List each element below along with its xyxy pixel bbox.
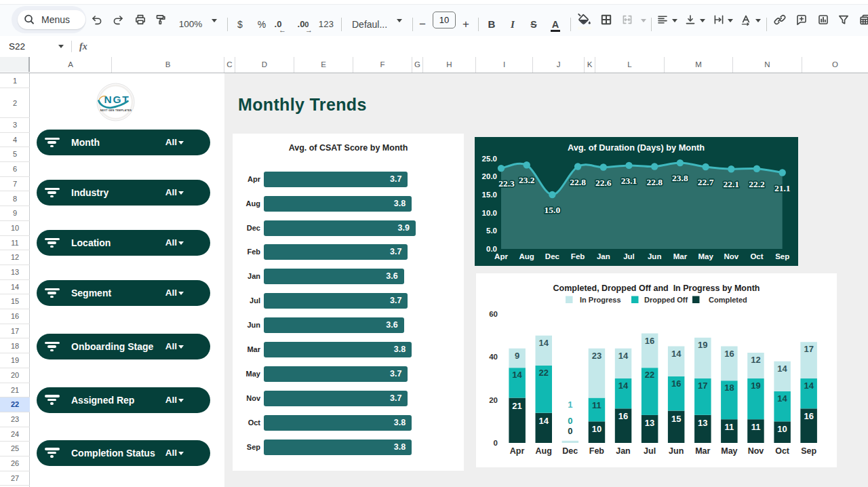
svg-text:Sep: Sep bbox=[775, 252, 789, 260]
svg-text:0: 0 bbox=[568, 416, 572, 426]
svg-text:14: 14 bbox=[618, 381, 629, 391]
svg-text:Nov: Nov bbox=[724, 252, 738, 260]
svg-text:16: 16 bbox=[724, 349, 734, 359]
svg-text:1: 1 bbox=[568, 400, 572, 410]
svg-text:14: 14 bbox=[538, 416, 549, 426]
svg-text:22.6: 22.6 bbox=[595, 178, 612, 188]
svg-text:20.0: 20.0 bbox=[482, 172, 497, 180]
svg-text:11: 11 bbox=[725, 422, 734, 432]
svg-text:19: 19 bbox=[751, 381, 760, 391]
svg-text:12: 12 bbox=[751, 355, 760, 365]
svg-text:10.0: 10.0 bbox=[482, 209, 497, 217]
svg-text:Apr: Apr bbox=[510, 446, 525, 456]
svg-text:Completed, Dropped Off and In: Completed, Dropped Off and In Progress b… bbox=[553, 284, 760, 293]
svg-text:17: 17 bbox=[698, 381, 707, 391]
svg-text:0: 0 bbox=[494, 439, 498, 447]
svg-text:16: 16 bbox=[618, 411, 628, 421]
svg-text:Aug: Aug bbox=[536, 446, 552, 456]
svg-text:Mar: Mar bbox=[673, 252, 688, 260]
svg-text:22: 22 bbox=[538, 368, 548, 378]
svg-text:22.8: 22.8 bbox=[646, 177, 663, 187]
svg-text:13: 13 bbox=[698, 418, 707, 428]
svg-text:Apr: Apr bbox=[494, 252, 508, 260]
svg-text:May: May bbox=[721, 446, 737, 456]
svg-text:Dec: Dec bbox=[562, 446, 578, 456]
svg-text:23: 23 bbox=[592, 351, 601, 361]
svg-text:14: 14 bbox=[512, 370, 522, 380]
svg-text:10: 10 bbox=[777, 424, 787, 434]
svg-text:Dec: Dec bbox=[545, 252, 560, 260]
svg-text:16: 16 bbox=[671, 378, 681, 389]
svg-text:Jan: Jan bbox=[616, 446, 631, 456]
svg-text:NEXT GEN TEMPLATES: NEXT GEN TEMPLATES bbox=[100, 109, 132, 112]
svg-text:Jun: Jun bbox=[669, 446, 684, 456]
svg-text:25.0: 25.0 bbox=[482, 155, 497, 163]
svg-text:22.3: 22.3 bbox=[498, 178, 515, 189]
svg-text:In Progress: In Progress bbox=[580, 296, 621, 304]
svg-text:Avg. of Duration (Days) by Mon: Avg. of Duration (Days) by Month bbox=[568, 142, 705, 153]
svg-text:5.0: 5.0 bbox=[486, 227, 497, 235]
svg-text:11: 11 bbox=[751, 422, 761, 432]
svg-text:Nov: Nov bbox=[748, 446, 764, 456]
svg-text:22.2: 22.2 bbox=[749, 179, 765, 189]
svg-text:Jul: Jul bbox=[644, 446, 656, 456]
svg-text:15: 15 bbox=[671, 414, 681, 424]
svg-text:18: 18 bbox=[724, 383, 734, 393]
svg-text:Jul: Jul bbox=[623, 252, 635, 260]
svg-text:Feb: Feb bbox=[571, 252, 585, 260]
svg-text:22: 22 bbox=[645, 370, 654, 380]
svg-text:60: 60 bbox=[489, 310, 498, 318]
svg-text:Sep: Sep bbox=[801, 446, 816, 456]
svg-text:14: 14 bbox=[804, 381, 814, 391]
svg-text:23.8: 23.8 bbox=[672, 173, 688, 183]
svg-text:22.1: 22.1 bbox=[723, 179, 739, 189]
svg-text:17: 17 bbox=[804, 344, 813, 354]
svg-text:14: 14 bbox=[777, 364, 787, 374]
svg-text:14: 14 bbox=[538, 338, 549, 348]
svg-text:21: 21 bbox=[512, 401, 521, 411]
svg-text:14: 14 bbox=[777, 393, 787, 404]
svg-text:20: 20 bbox=[489, 396, 498, 404]
svg-text:Oct: Oct bbox=[775, 446, 790, 456]
svg-text:23.1: 23.1 bbox=[621, 176, 637, 186]
svg-text:Jun: Jun bbox=[648, 252, 661, 260]
svg-text:10: 10 bbox=[592, 424, 601, 434]
svg-text:22.8: 22.8 bbox=[570, 177, 586, 187]
svg-text:May: May bbox=[698, 252, 713, 260]
svg-text:16: 16 bbox=[804, 411, 813, 421]
svg-text:Jan: Jan bbox=[597, 252, 610, 260]
svg-text:Mar: Mar bbox=[695, 446, 710, 456]
svg-text:22.7: 22.7 bbox=[698, 177, 714, 187]
svg-text:23.2: 23.2 bbox=[519, 175, 535, 185]
svg-text:15.0: 15.0 bbox=[545, 205, 561, 215]
svg-text:13: 13 bbox=[645, 418, 654, 428]
svg-text:Aug: Aug bbox=[519, 252, 534, 260]
svg-text:16: 16 bbox=[645, 336, 654, 346]
svg-text:Completed: Completed bbox=[709, 296, 747, 304]
svg-text:40: 40 bbox=[489, 353, 498, 361]
svg-text:14: 14 bbox=[671, 349, 682, 359]
svg-text:9: 9 bbox=[515, 351, 519, 361]
svg-text:Dropped Off: Dropped Off bbox=[644, 296, 688, 304]
svg-text:14: 14 bbox=[618, 351, 629, 361]
svg-text:0: 0 bbox=[568, 426, 572, 436]
svg-text:11: 11 bbox=[592, 400, 601, 410]
svg-text:Feb: Feb bbox=[589, 446, 605, 456]
svg-text:21.1: 21.1 bbox=[774, 183, 791, 193]
svg-text:Oct: Oct bbox=[750, 252, 763, 260]
svg-text:15.0: 15.0 bbox=[482, 191, 497, 199]
svg-text:19: 19 bbox=[698, 340, 707, 350]
